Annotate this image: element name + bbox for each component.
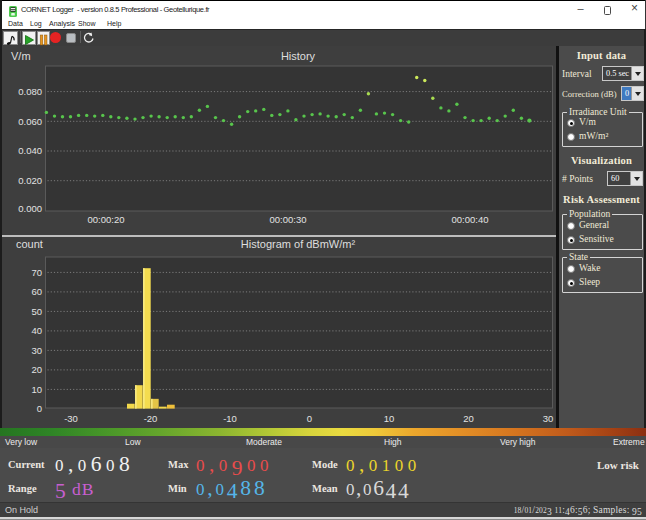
svg-text:10: 10: [384, 413, 395, 424]
svg-text:0.040: 0.040: [18, 145, 42, 156]
svg-text:00:00:40: 00:00:40: [452, 214, 489, 225]
svg-text:0.060: 0.060: [18, 116, 42, 127]
svg-text:0.020: 0.020: [18, 175, 42, 186]
svg-text:0.080: 0.080: [18, 86, 42, 97]
svg-text:70: 70: [31, 267, 42, 278]
svg-text:20: 20: [463, 413, 474, 424]
svg-text:60: 60: [31, 286, 42, 297]
svg-text:0.000: 0.000: [18, 203, 42, 214]
svg-text:30: 30: [543, 413, 554, 424]
svg-text:00:00:30: 00:00:30: [270, 214, 307, 225]
svg-text:50: 50: [31, 306, 42, 317]
svg-text:count: count: [16, 238, 43, 250]
svg-text:0: 0: [307, 413, 312, 424]
svg-text:History: History: [281, 50, 316, 62]
svg-text:20: 20: [31, 364, 42, 375]
svg-text:10: 10: [31, 384, 42, 395]
svg-text:40: 40: [31, 325, 42, 336]
svg-text:V/m: V/m: [11, 50, 31, 62]
svg-text:Histogram of dBmW/m²: Histogram of dBmW/m²: [241, 238, 356, 250]
svg-text:30: 30: [31, 345, 42, 356]
svg-text:00:00:20: 00:00:20: [88, 214, 125, 225]
svg-text:-30: -30: [64, 413, 78, 424]
svg-text:-10: -10: [223, 413, 237, 424]
svg-text:0: 0: [37, 403, 42, 414]
svg-text:-20: -20: [144, 413, 158, 424]
